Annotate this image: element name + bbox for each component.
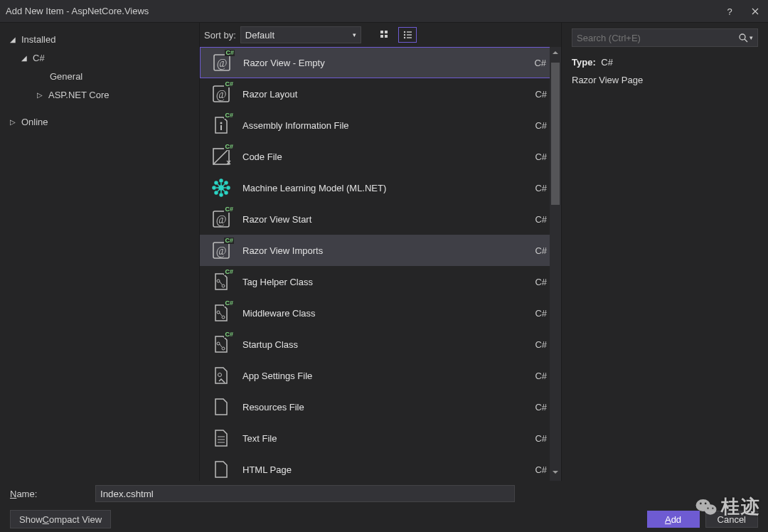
svg-rect-3 — [385, 35, 388, 38]
template-item[interactable]: Machine Learning Model (ML.NET)C# — [200, 172, 561, 203]
type-label: Type: — [572, 57, 596, 68]
close-button[interactable] — [742, 0, 768, 23]
template-lang: C# — [535, 402, 547, 413]
template-name: Text File — [242, 433, 535, 444]
tree-item-installed[interactable]: ◢ Installed — [10, 30, 189, 48]
scrollbar-track[interactable] — [550, 47, 561, 481]
razor-icon: @C# — [210, 83, 233, 105]
code-ext-icon: C# — [210, 145, 233, 168]
grid-icon — [380, 30, 390, 40]
scroll-up-icon[interactable] — [551, 48, 561, 60]
chevron-down-icon: ◢ — [21, 54, 30, 62]
search-icon[interactable] — [738, 33, 748, 43]
template-item[interactable]: C#Tag Helper ClassC# — [200, 266, 561, 297]
template-item[interactable]: @C#Razor LayoutC# — [200, 78, 561, 110]
view-medium-icons-button[interactable] — [375, 27, 394, 43]
scroll-down-icon[interactable] — [551, 468, 561, 479]
svg-rect-15 — [220, 125, 222, 130]
show-compact-view-button[interactable]: Show Compact View — [10, 510, 111, 528]
template-name: Razor View Imports — [242, 245, 535, 256]
svg-point-21 — [227, 186, 230, 189]
svg-rect-7 — [407, 34, 412, 35]
template-item[interactable]: Resources FileC# — [200, 391, 561, 422]
search-box[interactable]: ▾ — [572, 28, 758, 47]
template-item[interactable]: C#Assembly Information FileC# — [200, 110, 561, 141]
template-item[interactable]: App Settings FileC# — [200, 360, 561, 391]
svg-marker-49 — [553, 471, 558, 474]
chevron-right-icon: ▷ — [10, 118, 18, 126]
svg-point-8 — [404, 37, 405, 38]
template-item[interactable]: @C#Razor View - EmptyC# — [200, 47, 561, 78]
template-item[interactable]: C#Middleware ClassC# — [200, 297, 561, 329]
tree-label: ASP.NET Core — [48, 90, 110, 100]
svg-point-24 — [215, 191, 218, 194]
svg-point-19 — [220, 193, 223, 196]
tree-item-csharp[interactable]: ◢ C# — [10, 48, 189, 67]
svg-marker-48 — [553, 51, 558, 54]
svg-text:@: @ — [216, 88, 227, 101]
text-icon — [210, 427, 233, 449]
svg-point-41 — [222, 316, 225, 319]
svg-point-4 — [404, 31, 405, 33]
template-lang: C# — [535, 214, 547, 225]
template-description: Razor View Page — [572, 75, 758, 85]
template-lang: C# — [535, 308, 547, 319]
svg-point-38 — [217, 280, 220, 282]
tag-icon: C# — [210, 270, 233, 293]
ml-icon — [210, 176, 233, 199]
tree-item-online[interactable]: ▷ Online — [10, 112, 189, 131]
type-value: C# — [601, 57, 613, 68]
settings-icon — [210, 364, 233, 387]
search-input[interactable] — [577, 33, 738, 43]
cancel-button[interactable]: Cancel — [705, 511, 758, 528]
template-item[interactable]: HTML PageC# — [200, 454, 561, 481]
template-lang: C# — [535, 151, 547, 162]
footer: Show Compact View Add Cancel — [0, 506, 768, 532]
scrollbar-thumb[interactable] — [551, 63, 560, 205]
template-name: Middleware Class — [242, 308, 535, 319]
sort-value: Default — [245, 30, 274, 41]
svg-rect-1 — [385, 31, 388, 33]
template-name: Machine Learning Model (ML.NET) — [242, 183, 535, 193]
template-item[interactable]: Text FileC# — [200, 422, 561, 454]
template-lang: C# — [534, 58, 546, 68]
tree-item-aspnetcore[interactable]: ▷ ASP.NET Core — [10, 85, 189, 104]
svg-point-6 — [404, 34, 405, 36]
template-item[interactable]: @C#Razor View ImportsC# — [200, 235, 561, 266]
add-button[interactable]: Add — [647, 511, 700, 528]
template-item[interactable]: C#Code FileC# — [200, 141, 561, 172]
template-lang: C# — [535, 120, 547, 131]
tree-label: Online — [21, 117, 48, 127]
view-small-icons-button[interactable] — [398, 27, 417, 43]
category-tree: ◢ Installed ◢ C# General ▷ ASP.NET Core … — [0, 23, 199, 481]
svg-text:@: @ — [216, 213, 227, 226]
template-item[interactable]: C#Startup ClassC# — [200, 329, 561, 360]
razor-icon: @C# — [210, 51, 233, 74]
template-lang: C# — [535, 433, 547, 444]
tree-item-general[interactable]: General — [10, 67, 189, 85]
search-dropdown-icon[interactable]: ▾ — [750, 34, 753, 41]
chevron-down-icon: ▾ — [353, 31, 356, 38]
svg-point-42 — [217, 342, 220, 345]
template-lang: C# — [535, 371, 547, 381]
name-input[interactable] — [95, 485, 515, 502]
chevron-right-icon: ▷ — [37, 91, 46, 99]
tree-label: Installed — [21, 34, 55, 45]
details-panel: ▾ Type: C# Razor View Page — [562, 23, 768, 481]
template-name: Razor Layout — [242, 89, 535, 100]
svg-point-39 — [222, 284, 225, 287]
template-lang: C# — [535, 339, 547, 350]
mw-icon: C# — [210, 302, 233, 324]
svg-point-14 — [220, 122, 223, 124]
template-name: Code File — [242, 151, 535, 162]
help-button[interactable]: ? — [717, 0, 742, 23]
svg-rect-2 — [380, 35, 383, 38]
sort-dropdown[interactable]: Default ▾ — [240, 26, 361, 43]
svg-rect-0 — [380, 31, 383, 33]
template-name: Razor View - Empty — [243, 58, 534, 68]
template-list[interactable]: @C#Razor View - EmptyC#@C#Razor LayoutC#… — [200, 47, 561, 481]
template-name: HTML Page — [242, 464, 535, 475]
template-item[interactable]: @C#Razor View StartC# — [200, 203, 561, 235]
template-lang: C# — [535, 183, 547, 193]
svg-rect-5 — [407, 31, 412, 32]
